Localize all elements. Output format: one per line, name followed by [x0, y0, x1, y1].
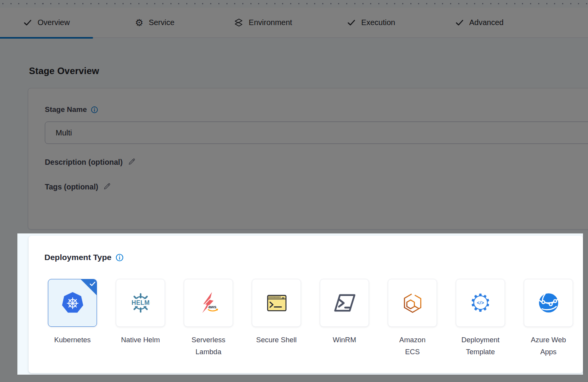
deployment-option-amazon-ecs[interactable]: Amazon ECS	[388, 279, 437, 358]
deployment-option-label: Kubernetes	[39, 334, 107, 346]
edit-pencil-icon[interactable]	[127, 157, 136, 166]
powershell-icon	[333, 291, 357, 315]
gear-code-icon: ⚙ </>	[468, 290, 493, 316]
tab-label: Overview	[37, 18, 70, 27]
gear-icon: ⚙	[135, 18, 143, 27]
deployment-type-options: Kubernetes	[48, 279, 573, 358]
deployment-type-card: Deployment Type	[29, 236, 583, 373]
page-title: Stage Overview	[29, 66, 99, 76]
deployment-option-deployment-template[interactable]: ⚙ </> Deployment Template	[456, 279, 505, 358]
azure-globe-icon	[537, 291, 560, 314]
tour-spotlight: Deployment Type	[17, 233, 583, 375]
secure-shell-tile[interactable]	[252, 279, 301, 327]
check-icon	[455, 18, 464, 27]
svg-text:HELM: HELM	[131, 299, 150, 306]
amazon-ecs-tile[interactable]	[388, 279, 437, 327]
tab-environment[interactable]: Environment	[216, 8, 309, 37]
deployment-option-winrm[interactable]: WinRM	[320, 279, 369, 358]
check-icon	[347, 18, 356, 27]
tab-label: Advanced	[469, 18, 504, 27]
deployment-option-azure-web-apps[interactable]: Azure Web Apps	[524, 279, 573, 358]
edit-pencil-icon[interactable]	[103, 182, 111, 191]
stage-tabs: Overview ⚙ Service Environment Execution	[0, 8, 588, 38]
deployment-option-label: Azure Web Apps	[515, 334, 583, 358]
deployment-option-label: WinRM	[311, 334, 379, 346]
tab-label: Service	[149, 18, 175, 27]
canvas-dotted-border	[2, 3, 588, 4]
deployment-option-kubernetes[interactable]: Kubernetes	[48, 279, 97, 358]
deployment-option-label: Amazon ECS	[379, 334, 447, 358]
winrm-tile[interactable]	[320, 279, 369, 327]
deployment-option-label: Serverless Lambda	[175, 334, 243, 358]
deployment-template-tile[interactable]: ⚙ </>	[456, 279, 505, 327]
check-icon	[23, 18, 32, 27]
tab-overview[interactable]: Overview	[0, 8, 93, 37]
tab-advanced[interactable]: Advanced	[433, 8, 526, 37]
kubernetes-tile[interactable]	[48, 279, 97, 327]
info-icon[interactable]	[116, 254, 124, 262]
deployment-option-label: Secure Shell	[243, 334, 311, 346]
amazon-ecs-icon	[401, 291, 424, 314]
stage-name-label: Stage Name	[45, 105, 87, 114]
kubernetes-icon	[61, 291, 84, 314]
layers-icon	[234, 18, 243, 27]
deployment-option-serverless-lambda[interactable]: aws Serverless Lambda	[184, 279, 233, 358]
tab-execution[interactable]: Execution	[325, 8, 418, 37]
native-helm-tile[interactable]: HELM	[116, 279, 165, 327]
serverless-lambda-tile[interactable]: aws	[184, 279, 233, 327]
deployment-option-native-helm[interactable]: HELM Native Helm	[116, 279, 165, 358]
deployment-option-label: Native Helm	[107, 334, 175, 346]
deployment-type-title: Deployment Type	[44, 253, 111, 262]
deployment-option-secure-shell[interactable]: Secure Shell	[252, 279, 301, 358]
tab-service[interactable]: ⚙ Service	[108, 8, 201, 37]
tab-label: Environment	[249, 18, 292, 27]
tab-label: Execution	[361, 18, 395, 27]
info-icon[interactable]	[91, 106, 98, 113]
deployment-option-label: Deployment Template	[447, 334, 515, 358]
azure-web-apps-tile[interactable]	[524, 279, 573, 327]
svg-text:aws: aws	[208, 304, 216, 309]
description-label: Description (optional)	[45, 158, 123, 167]
stage-overview-card: Stage Name Description (optional) Tags (…	[28, 88, 588, 230]
tags-label: Tags (optional)	[45, 183, 98, 191]
code-badge: </>	[473, 296, 488, 310]
helm-icon: HELM	[129, 291, 153, 315]
stage-name-input[interactable]	[45, 122, 588, 144]
aws-lambda-icon: aws	[197, 291, 221, 315]
terminal-icon	[265, 291, 289, 315]
